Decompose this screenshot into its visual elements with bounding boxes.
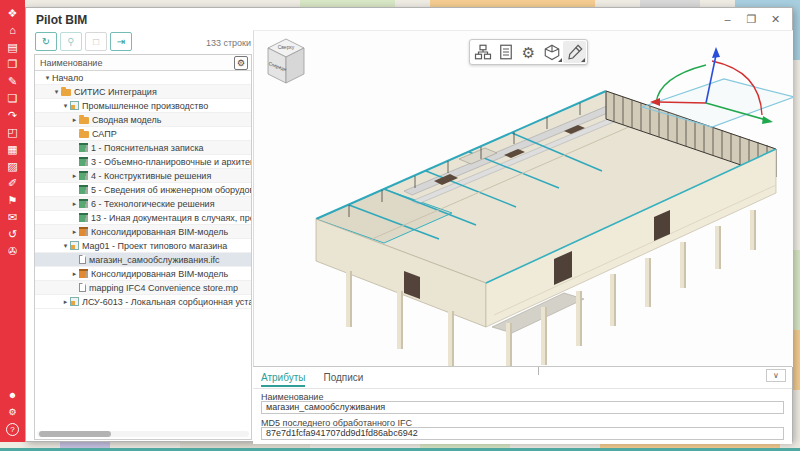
tree-rows: ▾Начало▾СИТИС Интеграция▾Промышленное пр… bbox=[35, 71, 251, 309]
tree-row[interactable]: ▾СИТИС Интеграция bbox=[35, 85, 251, 99]
close-button[interactable]: ✕ bbox=[769, 12, 782, 26]
tab-attributes[interactable]: Атрибуты bbox=[261, 372, 305, 387]
model-viewport[interactable]: Сверху Спереди bbox=[253, 30, 793, 367]
minimize-button[interactable]: – bbox=[721, 12, 734, 26]
expander-icon[interactable]: ▸ bbox=[70, 172, 79, 180]
collapse-panel-button[interactable]: ∨ bbox=[766, 369, 786, 382]
layers-icon: ❖ bbox=[8, 8, 18, 19]
pin-icon: ⚲ bbox=[67, 36, 74, 47]
tree-row-label: Начало bbox=[52, 73, 83, 83]
tree-row[interactable]: ▸ЛСУ-6013 - Локальная сорбционная устано… bbox=[35, 295, 251, 309]
tree-row[interactable]: ▾Промышленное производство bbox=[35, 99, 251, 113]
tree-row[interactable]: 13 - Иная документация в случаях, предус… bbox=[35, 211, 251, 225]
expander-icon[interactable]: ▾ bbox=[43, 74, 52, 82]
expander-icon[interactable]: ▸ bbox=[70, 270, 79, 278]
goto-icon: ⇥ bbox=[117, 36, 125, 47]
annotate-icon: ✐ bbox=[8, 178, 17, 189]
expander-icon[interactable]: ▸ bbox=[70, 200, 79, 208]
model-structure-button[interactable] bbox=[471, 41, 494, 63]
sidebar-messages-button[interactable]: ✉ bbox=[0, 209, 25, 226]
sidebar-home-search-button[interactable]: ⌂ bbox=[0, 22, 25, 39]
horizontal-scrollbar[interactable] bbox=[37, 431, 249, 437]
green-icon bbox=[79, 213, 88, 222]
md5-field-value[interactable]: 87e7d1fcfa941707dd9d1fd86abc6942 bbox=[261, 427, 784, 440]
tasks-add-icon: ▤ bbox=[7, 42, 17, 53]
properties-list-button[interactable] bbox=[494, 41, 517, 63]
sidebar-documents-button[interactable]: ❐ bbox=[0, 56, 25, 73]
properties-list-icon bbox=[497, 43, 515, 61]
model-structure-icon bbox=[474, 43, 492, 61]
view-cube[interactable]: Сверху Спереди bbox=[262, 35, 310, 89]
sidebar-annotate-button[interactable]: ✐ bbox=[0, 175, 25, 192]
view-cube-top-label: Сверху bbox=[278, 44, 295, 50]
tree-row-label: САПР bbox=[92, 129, 117, 139]
tree-row[interactable]: ▸4 - Конструктивные решения bbox=[35, 169, 251, 183]
tree-row[interactable]: ▾Начало bbox=[35, 71, 251, 85]
window-title: Pilot BIM bbox=[36, 13, 87, 27]
tree-row[interactable]: магазин_самообслуживания.ifc bbox=[35, 253, 251, 267]
settings-button[interactable]: ⚙ bbox=[517, 41, 540, 63]
sidebar-settings-button[interactable]: ⚙ bbox=[0, 404, 25, 421]
tree-row[interactable]: 3 - Объемно-планировочные и архитектурны… bbox=[35, 155, 251, 169]
tree-row[interactable]: ▸6 - Технологические решения bbox=[35, 197, 251, 211]
tree-row-label: магазин_самообслуживания.ifc bbox=[89, 255, 220, 265]
search-region-icon: ◰ bbox=[7, 127, 17, 138]
tree-row[interactable]: САПР bbox=[35, 127, 251, 141]
panel-grip[interactable] bbox=[538, 367, 539, 375]
section-box-button[interactable] bbox=[540, 41, 563, 63]
tab-signatures[interactable]: Подписи bbox=[323, 372, 363, 387]
orange-icon bbox=[79, 269, 88, 278]
tree-row[interactable]: ▾Mag01 - Проект типового магазина bbox=[35, 239, 251, 253]
tree-row-label: mapping IFC4 Convenience store.mp bbox=[89, 283, 238, 293]
expander-icon[interactable]: ▾ bbox=[52, 88, 61, 96]
pin-button[interactable]: ⚲ bbox=[60, 32, 82, 51]
sidebar-forward-button[interactable]: ↷ bbox=[0, 107, 25, 124]
sidebar-edit-button[interactable]: ✎ bbox=[0, 73, 25, 90]
sidebar-history-button[interactable]: ↺ bbox=[0, 226, 25, 243]
tree-row[interactable]: ▸Консолидированная BIM-модель bbox=[35, 225, 251, 239]
pilot-bim-window: Pilot BIM – ❐ ✕ ↻⚲□⇥ 133 строки Наименов… bbox=[25, 7, 793, 442]
sidebar-tasks-add-button[interactable]: ▤ bbox=[0, 39, 25, 56]
scrollbar-thumb[interactable] bbox=[39, 431, 111, 437]
tree-row[interactable]: mapping IFC4 Convenience store.mp bbox=[35, 281, 251, 295]
restore-button[interactable]: ❐ bbox=[745, 12, 758, 26]
name-field-value[interactable]: магазин_самообслуживания bbox=[261, 401, 784, 414]
sidebar-report-flag-button[interactable]: ⚑ bbox=[0, 192, 25, 209]
tree-toolbar: ↻⚲□⇥ bbox=[35, 32, 132, 52]
tree-column-header[interactable]: Наименование ⚙ bbox=[35, 55, 251, 71]
refresh-button[interactable]: ↻ bbox=[35, 32, 57, 51]
goto-button[interactable]: ⇥ bbox=[110, 32, 132, 51]
green-icon bbox=[79, 171, 88, 180]
bim-model-3d[interactable] bbox=[254, 31, 793, 367]
tree-row[interactable]: ▸Консолидированная BIM-модель bbox=[35, 267, 251, 281]
expander-icon[interactable]: ▸ bbox=[70, 228, 79, 236]
expander-icon[interactable]: ▾ bbox=[61, 102, 70, 110]
edit-icon: ✎ bbox=[8, 76, 17, 87]
column-settings-icon[interactable]: ⚙ bbox=[234, 56, 248, 70]
expander-icon[interactable]: ▾ bbox=[61, 242, 70, 250]
tree-row-label: Mag01 - Проект типового магазина bbox=[82, 241, 227, 251]
orange-icon bbox=[79, 227, 88, 236]
tree-row[interactable]: 5 - Сведения об инженерном оборудовании,… bbox=[35, 183, 251, 197]
tree-row[interactable]: ▸Сводная модель bbox=[35, 113, 251, 127]
sidebar-layers-button[interactable]: ❖ bbox=[0, 5, 25, 22]
tree-row[interactable]: 1 - Пояснительная записка bbox=[35, 141, 251, 155]
report-flag-icon: ⚑ bbox=[8, 195, 18, 206]
tree-row-label: 4 - Конструктивные решения bbox=[91, 171, 211, 181]
file-icon bbox=[79, 255, 86, 264]
sidebar-image-button[interactable]: ▨ bbox=[0, 158, 25, 175]
dropdown-corner-icon bbox=[558, 58, 562, 62]
expander-icon[interactable]: ▸ bbox=[61, 298, 70, 306]
sidebar-user-button[interactable]: ☻ bbox=[0, 387, 25, 404]
refresh-icon: ↻ bbox=[42, 36, 50, 47]
green-icon bbox=[79, 157, 88, 166]
tree-row-label: Консолидированная BIM-модель bbox=[91, 269, 228, 279]
sidebar-search-region-button[interactable]: ◰ bbox=[0, 124, 25, 141]
measure-button[interactable] bbox=[563, 41, 586, 63]
sidebar-new-document-button[interactable]: ❏ bbox=[0, 90, 25, 107]
model-button[interactable]: □ bbox=[85, 32, 107, 51]
sidebar-apps-grid-button[interactable]: ▦ bbox=[0, 141, 25, 158]
expander-icon[interactable]: ▸ bbox=[70, 116, 79, 124]
sidebar-help-button[interactable]: ? bbox=[0, 421, 25, 438]
sidebar-snapshot-button[interactable]: ✇ bbox=[0, 243, 25, 260]
